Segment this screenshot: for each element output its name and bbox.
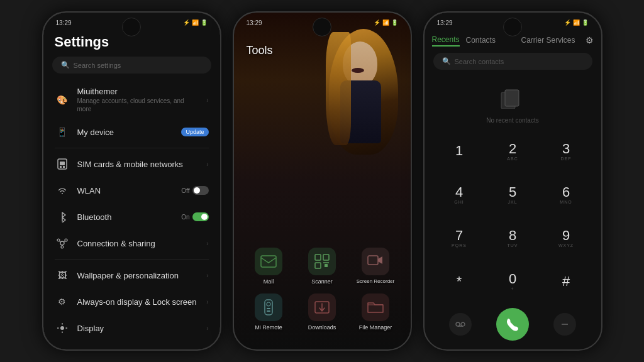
key-9-main: 9	[562, 229, 570, 243]
app-item-file-manager[interactable]: File Manager	[353, 293, 398, 331]
key-8[interactable]: 8 TUV	[487, 217, 539, 260]
settings-item-wlan[interactable]: WLAN Off	[43, 177, 220, 204]
key-6-sub: MNO	[560, 200, 572, 204]
wallpaper-title: Wallpaper & personalization	[77, 271, 199, 280]
key-4[interactable]: 4 GHI	[433, 173, 486, 216]
bluetooth-right: On	[181, 212, 208, 221]
key-hash[interactable]: #	[540, 261, 592, 303]
settings-item-connection[interactable]: Connection & sharing ›	[43, 230, 220, 256]
key-2-main: 2	[509, 142, 516, 156]
bluetooth-toggle[interactable]	[192, 212, 209, 221]
dialer-search-bar[interactable]: 🔍 Search contacts	[433, 53, 592, 70]
sim-icon	[55, 156, 70, 172]
always-on-text: Always-on display & Lock screen	[77, 297, 199, 307]
key-3[interactable]: 3 DEF	[540, 130, 592, 172]
key-7-sub: PQRS	[452, 243, 467, 248]
no-recent-text: No recent contacts	[486, 117, 538, 124]
folder-label: Tools	[247, 44, 273, 57]
svg-rect-25	[267, 308, 270, 309]
phone-settings: 13:29 ⚡ 📶 🔋 Settings 🔍 Search settings 🎨…	[42, 11, 221, 351]
dialer-search-placeholder: Search contacts	[455, 58, 504, 65]
sim-title: SIM cards & mobile networks	[77, 160, 199, 169]
connection-text: Connection & sharing	[77, 239, 199, 248]
svg-point-11	[60, 326, 64, 330]
divider-2	[55, 259, 209, 260]
key-5[interactable]: 5 JKL	[487, 173, 539, 216]
svg-point-4	[60, 241, 64, 245]
wlan-toggle[interactable]	[192, 186, 209, 195]
key-6[interactable]: 6 MNO	[540, 173, 592, 216]
connection-title: Connection & sharing	[77, 239, 199, 248]
status-bar-1: 13:29 ⚡ 📶 🔋	[43, 13, 220, 29]
my-device-text: My device	[77, 128, 174, 137]
app-item-mail[interactable]: Mail	[247, 248, 291, 285]
svg-rect-17	[315, 255, 321, 260]
voicemail-button[interactable]	[449, 313, 472, 336]
downloads-icon	[308, 293, 336, 321]
battery-icon-3: 🔋	[582, 19, 589, 26]
key-2[interactable]: 2 ABC	[487, 130, 539, 172]
settings-gear-icon[interactable]: ⚙	[586, 35, 594, 45]
svg-rect-26	[267, 310, 270, 312]
bt-icon-2: ⚡	[374, 19, 380, 26]
display-right: ›	[206, 325, 208, 332]
status-icons-1: ⚡ 📶 🔋	[183, 19, 208, 26]
phone-dialer: 13:29 ⚡ 📶 🔋 Recents Contacts Carrier Ser…	[423, 11, 602, 351]
settings-item-sim[interactable]: SIM cards & mobile networks ›	[43, 151, 220, 177]
display-icon	[55, 321, 70, 336]
key-9[interactable]: 9 WXYZ	[540, 217, 592, 260]
connection-icon	[55, 236, 70, 251]
key-1[interactable]: 1	[433, 130, 486, 172]
keypad: 1 2 ABC 3 DEF 4 GHI 5 JKL	[425, 130, 601, 303]
miuithemer-text: Miuithemer Manage accounts, cloud servic…	[77, 87, 199, 113]
settings-content: Settings 🔍 Search settings 🎨 Miuithemer …	[43, 29, 220, 349]
mi-remote-icon	[255, 293, 282, 321]
file-manager-label: File Manager	[359, 324, 392, 331]
battery-icon: 🔋	[201, 19, 208, 26]
key-5-main: 5	[509, 185, 516, 199]
dialer-search-icon: 🔍	[442, 57, 451, 65]
key-0[interactable]: 0 +	[487, 261, 539, 303]
settings-item-wallpaper[interactable]: 🖼 Wallpaper & personalization ›	[43, 262, 220, 288]
miuithemer-chevron: ›	[206, 97, 208, 104]
mi-remote-label: Mi Remote	[255, 324, 282, 331]
settings-item-my-device[interactable]: 📱 My device Update	[43, 119, 220, 145]
wlan-title: WLAN	[77, 186, 174, 195]
settings-item-display[interactable]: Display ›	[43, 315, 220, 341]
key-7[interactable]: 7 PQRS	[433, 217, 486, 260]
key-1-main: 1	[455, 144, 463, 158]
figure-hair-side	[326, 32, 351, 145]
svg-point-24	[267, 302, 270, 306]
status-bar-3: 13:29 ⚡ 📶 🔋	[425, 13, 601, 29]
status-time-1: 13:29	[56, 19, 72, 26]
call-button[interactable]	[496, 308, 529, 341]
signal-icon-3: 📶	[573, 19, 580, 26]
connection-right: ›	[206, 240, 208, 247]
call-bar	[425, 303, 601, 349]
settings-item-miuithemer[interactable]: 🎨 Miuithemer Manage accounts, cloud serv…	[43, 81, 220, 119]
dialpad-hide-button[interactable]	[553, 313, 576, 336]
update-badge[interactable]: Update	[181, 128, 208, 136]
svg-line-8	[59, 241, 61, 243]
key-star[interactable]: *	[433, 261, 486, 303]
key-6-main: 6	[562, 185, 570, 199]
always-on-right: ›	[206, 299, 208, 305]
settings-item-bluetooth[interactable]: Bluetooth On	[43, 204, 220, 230]
app-item-screen-recorder[interactable]: Screen Recorder	[353, 248, 398, 285]
tab-carrier-services[interactable]: Carrier Services	[521, 36, 575, 45]
tab-contacts[interactable]: Contacts	[466, 35, 496, 46]
key-8-sub: TUV	[508, 243, 518, 248]
app-item-scanner[interactable]: Scanner	[300, 248, 345, 285]
miuithemer-icon: 🎨	[55, 92, 70, 107]
dialer-content: Recents Contacts Carrier Services ⚙ 🔍 Se…	[425, 29, 601, 349]
status-icons-3: ⚡ 📶 🔋	[564, 19, 589, 26]
bluetooth-status-icon: ⚡	[183, 19, 190, 26]
tab-recents[interactable]: Recents	[432, 34, 460, 47]
settings-item-always-on[interactable]: ⚙ Always-on display & Lock screen ›	[43, 288, 220, 315]
svg-rect-19	[315, 263, 321, 268]
key-9-sub: WXYZ	[558, 243, 574, 248]
app-item-downloads[interactable]: Downloads	[300, 293, 345, 331]
svg-point-31	[456, 322, 460, 326]
app-item-mi-remote[interactable]: Mi Remote	[247, 293, 291, 331]
settings-search-bar[interactable]: 🔍 Search settings	[52, 57, 211, 74]
